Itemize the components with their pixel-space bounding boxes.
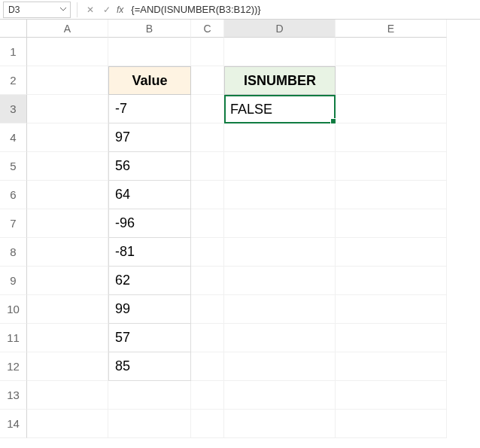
- row-header-3[interactable]: 3: [0, 95, 27, 123]
- cell-c2[interactable]: [191, 66, 224, 95]
- cell-b10[interactable]: 99: [108, 295, 191, 324]
- cell-b1[interactable]: [108, 38, 191, 66]
- col-header-e[interactable]: E: [336, 20, 447, 38]
- cell-c7[interactable]: [191, 209, 224, 238]
- cell-e12[interactable]: [336, 352, 447, 381]
- cell-d5[interactable]: [224, 152, 336, 181]
- cell-c3[interactable]: [191, 95, 224, 123]
- cell-a13[interactable]: [27, 381, 108, 410]
- cell-d11[interactable]: [224, 324, 336, 352]
- cell-d7[interactable]: [224, 209, 336, 238]
- cell-a3[interactable]: [27, 95, 108, 123]
- cell-a1[interactable]: [27, 38, 108, 66]
- cell-e10[interactable]: [336, 295, 447, 324]
- cell-a12[interactable]: [27, 352, 108, 381]
- cell-d3[interactable]: FALSE: [224, 95, 336, 123]
- row-header-4[interactable]: 4: [0, 123, 27, 152]
- cell-a14[interactable]: [27, 410, 108, 438]
- cell-c6[interactable]: [191, 181, 224, 209]
- row-header-12[interactable]: 12: [0, 352, 27, 381]
- col-header-c[interactable]: C: [191, 20, 224, 38]
- cell-b9[interactable]: 62: [108, 267, 191, 295]
- select-all-corner[interactable]: [0, 20, 27, 38]
- cell-a7[interactable]: [27, 209, 108, 238]
- cell-a8[interactable]: [27, 238, 108, 267]
- row-header-10[interactable]: 10: [0, 295, 27, 324]
- cell-d10[interactable]: [224, 295, 336, 324]
- formula-input[interactable]: {=AND(ISNUMBER(B3:B12))}: [128, 2, 480, 18]
- cell-d6[interactable]: [224, 181, 336, 209]
- column-headers: A B C D E: [27, 20, 480, 38]
- cell-c1[interactable]: [191, 38, 224, 66]
- row-7: -96: [27, 209, 480, 238]
- cell-a6[interactable]: [27, 181, 108, 209]
- cell-b2[interactable]: Value: [108, 66, 191, 95]
- row-header-8[interactable]: 8: [0, 238, 27, 267]
- row-header-5[interactable]: 5: [0, 152, 27, 181]
- cell-d1[interactable]: [224, 38, 336, 66]
- row-3: -7 FALSE: [27, 95, 480, 123]
- cancel-formula-button[interactable]: ✕: [84, 3, 97, 17]
- cell-c5[interactable]: [191, 152, 224, 181]
- row-header-6[interactable]: 6: [0, 181, 27, 209]
- cell-d2[interactable]: ISNUMBER: [224, 66, 336, 95]
- cell-b12[interactable]: 85: [108, 352, 191, 381]
- cell-e3[interactable]: [336, 95, 447, 123]
- cell-e4[interactable]: [336, 123, 447, 152]
- cell-b11[interactable]: 57: [108, 324, 191, 352]
- cell-d13[interactable]: [224, 381, 336, 410]
- cell-d14[interactable]: [224, 410, 336, 438]
- cell-b3[interactable]: -7: [108, 95, 191, 123]
- cell-e8[interactable]: [336, 238, 447, 267]
- cell-c10[interactable]: [191, 295, 224, 324]
- cell-a11[interactable]: [27, 324, 108, 352]
- cell-c8[interactable]: [191, 238, 224, 267]
- col-header-d[interactable]: D: [224, 20, 336, 38]
- cell-e1[interactable]: [336, 38, 447, 66]
- cell-a4[interactable]: [27, 123, 108, 152]
- row-header-2[interactable]: 2: [0, 66, 27, 95]
- name-box-dropdown-icon[interactable]: [58, 8, 68, 11]
- cell-d9[interactable]: [224, 267, 336, 295]
- cell-c14[interactable]: [191, 410, 224, 438]
- cell-e2[interactable]: [336, 66, 447, 95]
- cell-e9[interactable]: [336, 267, 447, 295]
- cell-a10[interactable]: [27, 295, 108, 324]
- col-header-b[interactable]: B: [108, 20, 191, 38]
- cell-b5[interactable]: 56: [108, 152, 191, 181]
- cell-b14[interactable]: [108, 410, 191, 438]
- cell-c9[interactable]: [191, 267, 224, 295]
- cell-c12[interactable]: [191, 352, 224, 381]
- cell-a5[interactable]: [27, 152, 108, 181]
- cell-e13[interactable]: [336, 381, 447, 410]
- row-headers: 1 2 3 4 5 6 7 8 9 10 11 12 13 14: [0, 20, 27, 448]
- cell-e6[interactable]: [336, 181, 447, 209]
- fx-label[interactable]: fx: [117, 5, 123, 15]
- confirm-formula-button[interactable]: ✓: [100, 3, 114, 17]
- cell-c13[interactable]: [191, 381, 224, 410]
- cell-a2[interactable]: [27, 66, 108, 95]
- row-header-7[interactable]: 7: [0, 209, 27, 238]
- row-header-14[interactable]: 14: [0, 410, 27, 438]
- cell-a9[interactable]: [27, 267, 108, 295]
- cell-d8[interactable]: [224, 238, 336, 267]
- cell-c4[interactable]: [191, 123, 224, 152]
- row-header-1[interactable]: 1: [0, 38, 27, 66]
- cell-b13[interactable]: [108, 381, 191, 410]
- cell-e5[interactable]: [336, 152, 447, 181]
- cell-e11[interactable]: [336, 324, 447, 352]
- cell-c11[interactable]: [191, 324, 224, 352]
- cell-b4[interactable]: 97: [108, 123, 191, 152]
- cell-b6[interactable]: 64: [108, 181, 191, 209]
- cell-d4[interactable]: [224, 123, 336, 152]
- row-header-11[interactable]: 11: [0, 324, 27, 352]
- cell-e14[interactable]: [336, 410, 447, 438]
- row-header-13[interactable]: 13: [0, 381, 27, 410]
- cell-b7[interactable]: -96: [108, 209, 191, 238]
- cell-b8[interactable]: -81: [108, 238, 191, 267]
- row-header-9[interactable]: 9: [0, 267, 27, 295]
- name-box[interactable]: D3: [3, 2, 71, 18]
- col-header-a[interactable]: A: [27, 20, 108, 38]
- cell-e7[interactable]: [336, 209, 447, 238]
- cell-d12[interactable]: [224, 352, 336, 381]
